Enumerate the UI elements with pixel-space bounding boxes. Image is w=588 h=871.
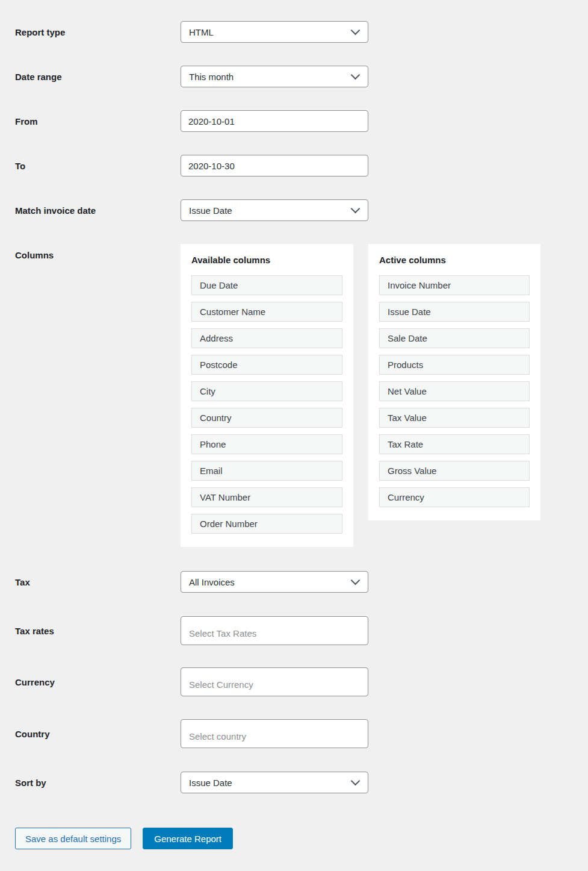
date-range-selected-value: This month <box>189 72 234 82</box>
column-chip[interactable]: City <box>191 381 342 401</box>
report-type-label: Report type <box>15 27 181 37</box>
columns-panels: Available columns Due DateCustomer NameA… <box>181 244 540 547</box>
form-row-from: From <box>15 110 573 132</box>
from-label: From <box>15 116 181 126</box>
column-chip[interactable]: Postcode <box>191 355 342 375</box>
form-row-to: To <box>15 155 573 176</box>
form-row-match-invoice-date: Match invoice date Issue Date <box>15 199 573 221</box>
form-row-date-range: Date range This month <box>15 66 573 87</box>
sort-by-select[interactable]: Issue Date <box>181 772 368 793</box>
available-columns-panel: Available columns Due DateCustomer NameA… <box>181 244 353 547</box>
save-default-settings-button[interactable]: Save as default settings <box>15 828 131 849</box>
chevron-down-icon <box>351 70 361 80</box>
sort-by-label: Sort by <box>15 778 181 788</box>
form-row-tax-rates: Tax rates <box>15 616 573 645</box>
country-multiselect-input[interactable] <box>181 719 368 748</box>
currency-multiselect-input[interactable] <box>181 667 368 696</box>
from-date-input[interactable] <box>181 110 368 132</box>
form-row-country: Country <box>15 719 573 748</box>
column-chip[interactable]: Net Value <box>379 381 530 401</box>
report-type-select[interactable]: HTML <box>181 21 368 43</box>
column-chip[interactable]: Invoice Number <box>379 275 530 295</box>
date-range-label: Date range <box>15 72 181 82</box>
active-columns-title: Active columns <box>379 255 530 265</box>
tax-rates-multiselect-input[interactable] <box>181 616 368 645</box>
tax-select[interactable]: All Invoices <box>181 571 368 593</box>
form-row-currency: Currency <box>15 667 573 696</box>
column-chip[interactable]: Tax Rate <box>379 434 530 454</box>
form-actions: Save as default settings Generate Report <box>15 828 573 849</box>
form-row-report-type: Report type HTML <box>15 21 573 43</box>
column-chip[interactable]: Address <box>191 328 342 348</box>
chevron-down-icon <box>351 204 361 214</box>
form-row-sort-by: Sort by Issue Date <box>15 772 573 793</box>
match-invoice-date-select[interactable]: Issue Date <box>181 199 368 221</box>
chevron-down-icon <box>351 776 361 786</box>
column-chip[interactable]: Sale Date <box>379 328 530 348</box>
sort-by-selected-value: Issue Date <box>189 778 232 788</box>
column-chip[interactable]: Currency <box>379 487 530 507</box>
chevron-down-icon <box>351 26 361 36</box>
currency-label: Currency <box>15 677 181 687</box>
report-settings-page: Report type HTML Date range This month F… <box>0 0 588 868</box>
match-invoice-date-label: Match invoice date <box>15 205 181 216</box>
report-type-selected-value: HTML <box>189 27 214 37</box>
column-chip[interactable]: Issue Date <box>379 302 530 322</box>
column-chip[interactable]: Order Number <box>191 514 342 534</box>
column-chip[interactable]: Email <box>191 461 342 481</box>
form-row-tax: Tax All Invoices <box>15 571 573 593</box>
active-columns-panel: Active columns Invoice NumberIssue DateS… <box>368 244 540 520</box>
column-chip[interactable]: Customer Name <box>191 302 342 322</box>
country-label: Country <box>15 729 181 739</box>
match-invoice-date-selected-value: Issue Date <box>189 205 232 216</box>
to-label: To <box>15 161 181 171</box>
column-chip[interactable]: Tax Value <box>379 408 530 428</box>
active-columns-list: Invoice NumberIssue DateSale DateProduct… <box>379 275 530 507</box>
column-chip[interactable]: Country <box>191 408 342 428</box>
column-chip[interactable]: Gross Value <box>379 461 530 481</box>
available-columns-title: Available columns <box>191 255 342 265</box>
date-range-select[interactable]: This month <box>181 66 368 87</box>
to-date-input[interactable] <box>181 155 368 176</box>
form-row-columns: Columns Available columns Due DateCustom… <box>15 244 573 547</box>
generate-report-button[interactable]: Generate Report <box>143 828 233 849</box>
column-chip[interactable]: Products <box>379 355 530 375</box>
chevron-down-icon <box>351 576 361 585</box>
column-chip[interactable]: Due Date <box>191 275 342 295</box>
column-chip[interactable]: VAT Number <box>191 487 342 507</box>
columns-label: Columns <box>15 244 181 260</box>
tax-selected-value: All Invoices <box>189 577 235 587</box>
column-chip[interactable]: Phone <box>191 434 342 454</box>
tax-rates-label: Tax rates <box>15 626 181 636</box>
tax-label: Tax <box>15 577 181 587</box>
available-columns-list: Due DateCustomer NameAddressPostcodeCity… <box>191 275 342 534</box>
